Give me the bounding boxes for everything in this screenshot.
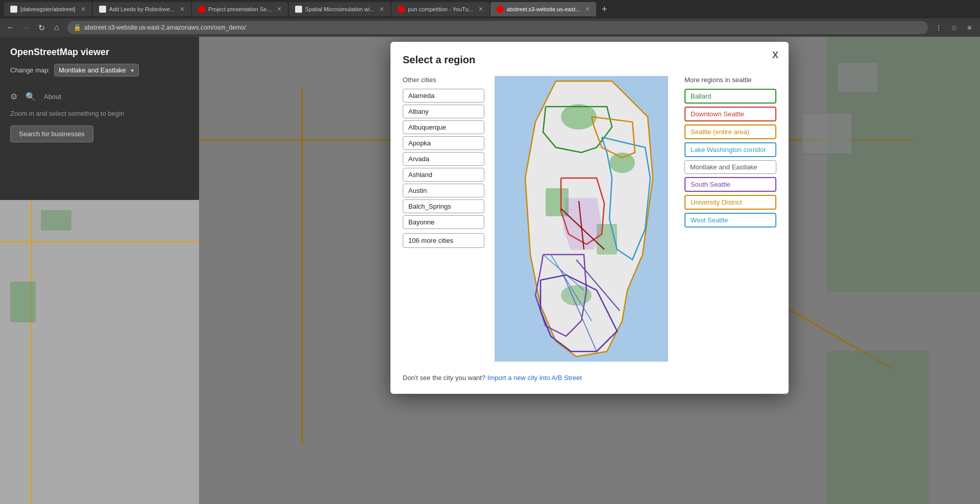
forward-button[interactable]: → [19, 21, 33, 34]
tab-close-5[interactable]: ✕ [478, 6, 483, 13]
city-button-albuquerque[interactable]: Albuquerque [403, 120, 484, 134]
city-button-austin[interactable]: Austin [403, 184, 484, 197]
tab-close-4[interactable]: ✕ [379, 6, 384, 13]
city-button-albany[interactable]: Albany [403, 105, 484, 118]
tab-close[interactable]: ✕ [81, 6, 86, 13]
city-button-balch-springs[interactable]: Balch_Springs [403, 199, 484, 213]
reload-button[interactable]: ↻ [35, 21, 48, 34]
city-button-apopka[interactable]: Apopka [403, 136, 484, 150]
seattle-map-svg [495, 76, 668, 362]
sidebar-hint: Zoom in and select something to begin [0, 106, 199, 121]
region-button-montlake[interactable]: Montlake and Eastlake [684, 160, 776, 174]
address-bar: ← → ↻ ⌂ 🔒 abstreet.s3-website.us-east-2.… [0, 18, 980, 37]
region-button-lake-washington[interactable]: Lake Washington corridor [684, 142, 776, 157]
change-map-label: Change map: [10, 66, 50, 74]
search-businesses-button[interactable]: Search for businesses [10, 125, 93, 142]
sidebar-map [0, 200, 199, 504]
svg-point-2 [561, 104, 597, 130]
tab-youtube[interactable]: pun competition - YouTu... ✕ [391, 2, 489, 16]
tab-bar: [dabreegster/abstreet] ✕ Add Leeds by Ro… [0, 0, 980, 18]
settings-button[interactable]: ⚙ [10, 92, 17, 102]
url-bar[interactable]: 🔒 abstreet.s3-website.us-east-2.amazonaw… [67, 21, 928, 34]
url-text: abstreet.s3-website.us-east-2.amazonaws.… [84, 24, 922, 31]
other-cities-label: Other cities [403, 76, 484, 84]
modal-close-button[interactable]: X [772, 50, 778, 61]
tab-add-leeds[interactable]: Add Leeds by Robinlove... ✕ [93, 2, 191, 16]
app-title: OpenStreetMap viewer [10, 47, 189, 58]
modal-footer: Don't see the city you want? Import a ne… [403, 374, 776, 382]
extensions-button[interactable]: ⋮ [932, 21, 945, 34]
more-cities-button[interactable]: 106 more cities [403, 233, 484, 248]
modal-title: Select a region [403, 54, 776, 66]
tab-spatial[interactable]: Spatial Microsimulation wi... ✕ [289, 2, 391, 16]
tab-abstreet-active[interactable]: abstreet.s3-website.us-east... ✕ [491, 2, 597, 16]
nav-buttons: ← → ↻ ⌂ [4, 21, 63, 34]
city-list-section: Other cities Alameda Albany Albuquerque … [403, 76, 484, 364]
sidebar-header: OpenStreetMap viewer Change map: Montlak… [0, 37, 199, 88]
tab-dabreegster[interactable]: [dabreegster/abstreet] ✕ [4, 2, 92, 16]
tab-close-2[interactable]: ✕ [180, 6, 185, 13]
region-button-ballard[interactable]: Ballard [684, 89, 776, 104]
more-regions-label: More regions in seattle [684, 76, 776, 84]
home-button[interactable]: ⌂ [50, 21, 63, 34]
footer-text: Don't see the city you want? [403, 374, 485, 382]
map-select[interactable]: Montlake and Eastlake [54, 64, 139, 77]
bookmark-button[interactable]: ☆ [947, 21, 961, 34]
search-button[interactable]: 🔍 [26, 92, 36, 102]
region-button-south-seattle[interactable]: South Seattle [684, 177, 776, 192]
region-button-west-seattle[interactable]: West Seattle [684, 213, 776, 228]
city-button-bayonne[interactable]: Bayonne [403, 215, 484, 229]
tab-close-6[interactable]: ✕ [585, 6, 590, 13]
region-button-seattle-entire[interactable]: Seattle (entire area) [684, 124, 776, 139]
back-button[interactable]: ← [4, 21, 17, 34]
regions-section: More regions in seattle Ballard Downtown… [684, 76, 776, 364]
sidebar-tools: ⚙ 🔍 About [0, 88, 199, 106]
map-select-wrapper: Montlake and Eastlake ▼ [54, 64, 139, 77]
city-button-arvada[interactable]: Arvada [403, 152, 484, 166]
modal-body: Other cities Alameda Albany Albuquerque … [403, 76, 776, 364]
modal-overlay: Select a region X Other cities Alameda A… [199, 37, 980, 504]
tab-project[interactable]: Project presentation Se... ✕ [192, 2, 288, 16]
region-button-university[interactable]: University District [684, 195, 776, 210]
main-content: OpenStreetMap viewer Change map: Montlak… [0, 37, 980, 504]
about-link[interactable]: About [44, 93, 61, 100]
region-button-downtown[interactable]: Downtown Seattle [684, 107, 776, 121]
change-map-row: Change map: Montlake and Eastlake ▼ [10, 64, 189, 77]
browser-actions: ⋮ ☆ ≡ [932, 21, 976, 34]
tab-close-3[interactable]: ✕ [277, 6, 282, 13]
svg-point-4 [609, 153, 635, 173]
sidebar: OpenStreetMap viewer Change map: Montlak… [0, 37, 199, 504]
seattle-map-section [495, 76, 674, 364]
city-button-ashland[interactable]: Ashland [403, 168, 484, 182]
new-tab-button[interactable]: + [597, 2, 611, 16]
browser-chrome: [dabreegster/abstreet] ✕ Add Leeds by Ro… [0, 0, 980, 37]
city-button-alameda[interactable]: Alameda [403, 89, 484, 103]
select-region-modal: Select a region X Other cities Alameda A… [390, 42, 789, 394]
menu-button[interactable]: ≡ [963, 21, 976, 34]
import-link[interactable]: Import a new city into A/B Street [487, 374, 582, 382]
